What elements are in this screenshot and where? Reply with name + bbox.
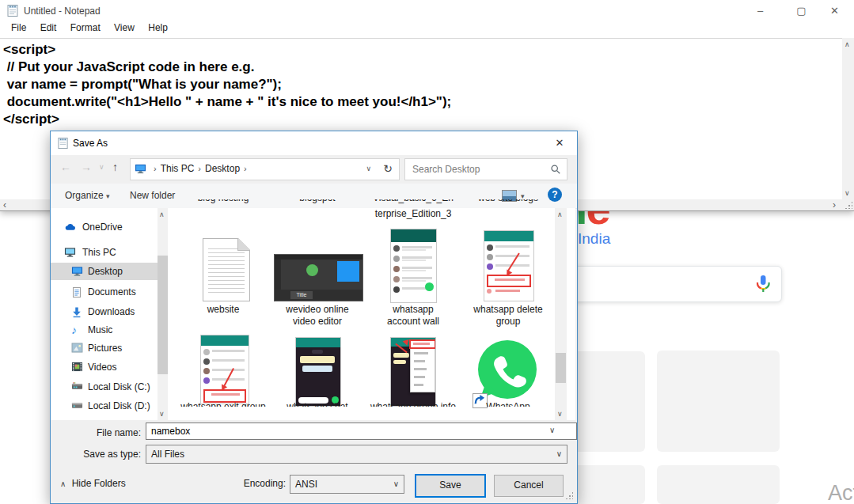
hide-folders-button[interactable]: ∧ Hide Folders bbox=[60, 478, 126, 489]
scroll-down-icon[interactable]: ∨ bbox=[845, 189, 850, 197]
sidebar-item-downloads[interactable]: Downloads bbox=[51, 303, 158, 320]
chevron-down-icon: ∨ bbox=[556, 445, 562, 463]
notepad-menubar: File Edit Format View Help bbox=[0, 22, 854, 38]
organize-button[interactable]: Organize ▾ bbox=[65, 189, 110, 203]
whatsapp-fab bbox=[425, 282, 434, 291]
notepad-icon bbox=[57, 137, 69, 150]
page-fold bbox=[237, 238, 250, 251]
sidebar-item-local-disk-c[interactable]: Local Disk (C:) bbox=[51, 378, 158, 396]
maximize-button[interactable]: ▢ bbox=[784, 0, 819, 22]
file-item-whatsapp-exit-group[interactable] bbox=[200, 335, 249, 404]
menu-edit[interactable]: Edit bbox=[40, 22, 57, 33]
menu-view[interactable]: View bbox=[114, 22, 135, 33]
save-button[interactable]: Save bbox=[415, 474, 486, 498]
file-label-clipped: whatsapp group info bbox=[362, 401, 465, 407]
dialog-bottom-section: File name: ∨ Save as type: All Files ∨ ∧… bbox=[51, 420, 575, 502]
documents-icon bbox=[71, 286, 82, 298]
breadcrumb-desktop[interactable]: Desktop bbox=[205, 163, 240, 174]
file-label-clipped: WhatsApp bbox=[457, 401, 560, 407]
scroll-right-icon[interactable]: › bbox=[833, 201, 836, 209]
chevron-down-icon: ∨ bbox=[393, 476, 399, 493]
sidebar-item-this-pc[interactable]: This PC bbox=[51, 244, 158, 261]
menu-file[interactable]: File bbox=[11, 22, 26, 33]
pictures-icon bbox=[71, 343, 83, 353]
notepad-vertical-scrollbar[interactable]: ∧ ∨ bbox=[842, 38, 854, 199]
sidebar-scrollbar[interactable]: ∧ ∨ bbox=[158, 208, 168, 420]
file-item-whatsapp-logo[interactable] bbox=[476, 339, 539, 403]
dialog-close-button[interactable]: ✕ bbox=[547, 135, 572, 152]
sidebar-item-onedrive[interactable]: OneDrive bbox=[51, 218, 158, 236]
menu-help[interactable]: Help bbox=[148, 22, 168, 33]
sidebar-item-videos[interactable]: Videos bbox=[51, 358, 158, 376]
file-list-scrollbar[interactable]: ∧ ∨ bbox=[555, 208, 567, 420]
crumb-sep-icon: › bbox=[154, 164, 157, 173]
code-line: <script> bbox=[3, 41, 55, 59]
google-shortcut-card[interactable] bbox=[657, 465, 780, 504]
address-dropdown-chevron-icon[interactable]: ∨ bbox=[366, 159, 371, 178]
file-label[interactable]: whatsapp deletegroup bbox=[457, 304, 560, 328]
cancel-button[interactable]: Cancel bbox=[494, 475, 564, 497]
sidebar-item-desktop[interactable]: Desktop bbox=[51, 263, 158, 280]
dialog-title: Save As bbox=[73, 138, 108, 149]
dropdown-arrow-icon: ▾ bbox=[106, 192, 110, 200]
menu-format[interactable]: Format bbox=[70, 22, 101, 33]
google-shortcut-card[interactable] bbox=[657, 351, 780, 452]
file-item-whatsapp-group-info[interactable] bbox=[390, 337, 436, 407]
file-item-whatsapp-account-wall[interactable] bbox=[390, 229, 437, 303]
google-mic-icon[interactable] bbox=[754, 275, 772, 294]
chevron-up-icon: ∧ bbox=[60, 479, 66, 488]
up-icon[interactable]: ↑ bbox=[112, 157, 118, 177]
search-input[interactable] bbox=[411, 160, 548, 179]
minimize-button[interactable]: – bbox=[742, 0, 778, 22]
notepad-titlebar[interactable]: Untitled - Notepad – ▢ ✕ bbox=[0, 0, 854, 22]
sidebar-item-documents[interactable]: Documents bbox=[51, 283, 158, 301]
file-label-clipped: whatsapp exit group bbox=[172, 401, 275, 407]
file-label-clipped: blogspot bbox=[266, 199, 369, 208]
file-name-dropdown-chevron-icon[interactable]: ∨ bbox=[549, 426, 555, 434]
file-item-whatsapp-delete-group[interactable] bbox=[484, 230, 534, 301]
code-line: document.write("<h1>Hello " + name + " i… bbox=[3, 93, 451, 111]
breadcrumb-this-pc[interactable]: This PC bbox=[161, 163, 195, 174]
scroll-up-icon[interactable]: ∧ bbox=[557, 210, 563, 218]
sidebar-item-pictures[interactable]: Pictures bbox=[51, 339, 158, 357]
breadcrumb[interactable]: ›This PC›Desktop› ∨ bbox=[130, 158, 378, 180]
file-label[interactable]: wevideo onlinevideo editor bbox=[266, 304, 369, 328]
file-label-clipped: whatsapp chat bbox=[266, 401, 369, 407]
file-item-wevideo[interactable]: Title bbox=[274, 254, 363, 301]
forward-icon[interactable]: → bbox=[81, 157, 92, 177]
scroll-up-icon[interactable]: ∧ bbox=[159, 210, 165, 218]
crumb-sep-icon: › bbox=[198, 164, 201, 173]
scroll-left-icon[interactable]: ‹ bbox=[3, 201, 6, 209]
save-as-type-select[interactable]: All Files ∨ bbox=[146, 445, 567, 464]
scrollbar-thumb[interactable] bbox=[158, 256, 168, 374]
sidebar-item-music[interactable]: ♪ Music bbox=[51, 321, 158, 339]
file-label[interactable]: whatsappaccount wall bbox=[362, 304, 465, 328]
file-label[interactable]: terprise_Edition_3 bbox=[362, 208, 465, 219]
sidebar-item-local-disk-d[interactable]: Local Disk (D:) bbox=[51, 397, 158, 415]
file-name-input[interactable] bbox=[146, 423, 577, 440]
scroll-up-icon[interactable]: ∧ bbox=[845, 40, 850, 48]
google-region-label: India bbox=[578, 230, 610, 248]
recent-locations-chevron-icon[interactable]: ∨ bbox=[99, 157, 104, 177]
search-box[interactable] bbox=[404, 158, 567, 180]
window-resize-grip[interactable] bbox=[842, 199, 854, 210]
file-item-whatsapp-chat[interactable] bbox=[295, 337, 341, 407]
music-note-icon: ♪ bbox=[71, 324, 77, 335]
back-icon[interactable]: ← bbox=[60, 157, 71, 177]
encoding-select[interactable]: ANSI ∨ bbox=[290, 475, 404, 494]
new-folder-button[interactable]: New folder bbox=[130, 189, 175, 202]
google-search-bar[interactable] bbox=[554, 266, 782, 302]
scroll-down-icon[interactable]: ∨ bbox=[557, 410, 563, 418]
scrollbar-thumb[interactable] bbox=[556, 353, 566, 383]
desktop-icon bbox=[135, 164, 146, 174]
file-label[interactable]: website bbox=[172, 304, 275, 316]
thumb-title-chip: Title bbox=[290, 291, 313, 299]
dialog-titlebar[interactable]: Save As ✕ bbox=[51, 131, 577, 155]
downloads-icon bbox=[71, 306, 82, 318]
file-item-website[interactable] bbox=[203, 238, 250, 301]
refresh-button[interactable]: ↻ bbox=[377, 158, 400, 180]
scroll-down-icon[interactable]: ∨ bbox=[159, 410, 165, 418]
close-button[interactable]: ✕ bbox=[817, 0, 852, 22]
search-icon[interactable] bbox=[550, 164, 561, 175]
local-disk-icon bbox=[71, 400, 83, 410]
